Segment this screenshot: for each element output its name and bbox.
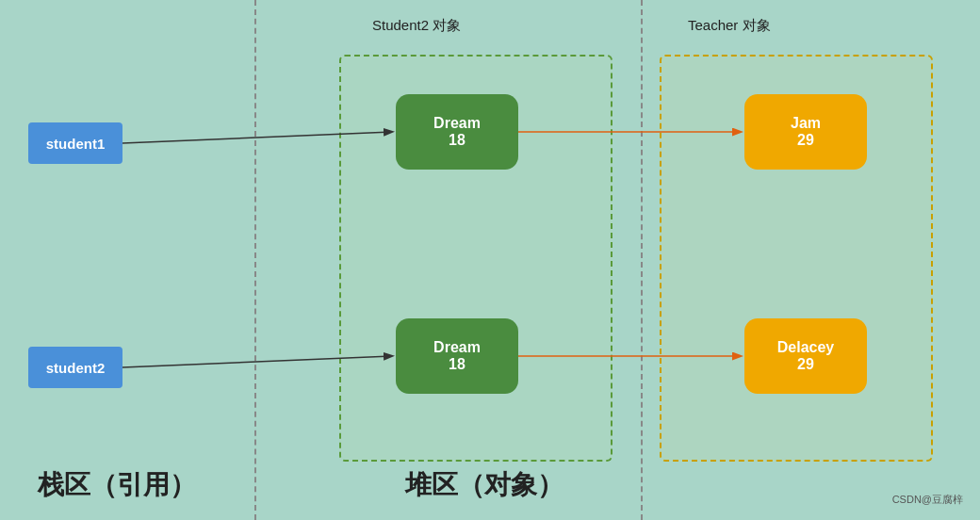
- teacher-jam-box: Jam 29: [744, 94, 867, 170]
- dream2-box: Dream 18: [396, 318, 518, 394]
- bottom-heap-label: 堆区（对象）: [405, 467, 564, 503]
- diagram-container: Student2 对象 Teacher 对象 student1 student2…: [0, 0, 980, 520]
- watermark: CSDN@豆腐梓: [892, 493, 963, 507]
- bottom-stack-label: 栈区（引用）: [38, 467, 196, 503]
- student2-region-label: Student2 对象: [372, 17, 461, 35]
- divider-right: [641, 0, 643, 520]
- divider-left: [254, 0, 256, 520]
- teacher-delacey-box: Delacey 29: [744, 318, 867, 394]
- student1-box: student1: [28, 122, 122, 164]
- teacher-region-label: Teacher 对象: [688, 17, 771, 35]
- dream1-box: Dream 18: [396, 94, 518, 170]
- student2-box: student2: [28, 347, 122, 388]
